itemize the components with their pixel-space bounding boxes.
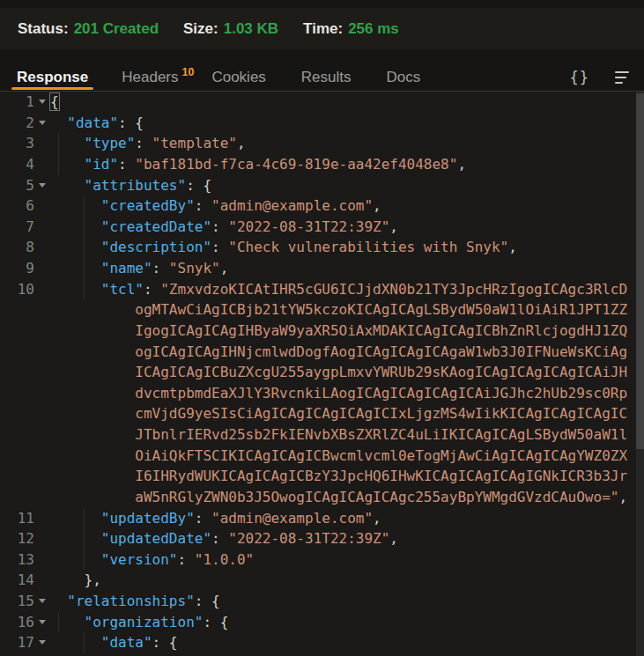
line-number [0, 383, 34, 404]
code-text: "data": { [50, 632, 178, 653]
json-punctuation: : [211, 218, 228, 235]
json-punctuation: : [135, 135, 152, 151]
indent-guide [84, 632, 85, 653]
code-row: ogICAgICAgIHNjcmlwdDogfAogICAgICAgICAgaW… [0, 342, 644, 363]
json-punctuation [50, 614, 85, 630]
fold-gutter [34, 466, 50, 487]
code-text: "updatedDate": "2022-08-31T22:39Z", [50, 528, 398, 549]
fold-arrow-icon[interactable] [34, 113, 50, 134]
fold-arrow-icon[interactable] [34, 175, 50, 196]
code-text: "organization": { [50, 612, 228, 633]
json-string: I6IHRydWUKICAgICAgICBzY3JpcHQ6IHwKICAgIC… [50, 468, 627, 484]
fold-gutter [34, 424, 50, 446]
line-number [0, 424, 34, 446]
vertical-scrollbar[interactable] [636, 92, 644, 656]
json-key: "type" [85, 135, 136, 151]
json-punctuation: , [373, 510, 381, 527]
fold-arrow-icon[interactable] [34, 632, 50, 653]
line-number [0, 299, 34, 321]
json-punctuation: : { [195, 593, 220, 609]
raw-json-icon[interactable]: {} [570, 69, 589, 86]
json-string: "2022-08-31T22:39Z" [228, 218, 389, 235]
indent-guide [58, 612, 59, 633]
json-key: "description" [101, 239, 211, 255]
tab-response[interactable]: Response [17, 63, 88, 91]
code-row: I6IHRydWUKICAgICAgICBzY3JpcHQ6IHwKICAgIC… [0, 466, 644, 487]
tab-bar-actions: {} [570, 63, 629, 91]
json-key: "tcl" [101, 281, 144, 298]
json-string: OiAiQkFTSCIKICAgICAgICBwcmlvcml0eTogMjAw… [50, 447, 627, 464]
tab-docs[interactable]: Docs [387, 63, 421, 91]
tab-headers[interactable]: Headers 10 [122, 63, 194, 91]
code-row: 7 "createdDate": "2022-08-31T22:39Z", [0, 217, 644, 238]
json-string: "1.0.0" [195, 551, 254, 568]
fold-arrow-icon[interactable] [34, 92, 50, 113]
line-number: 14 [0, 570, 34, 591]
code-text: "version": "1.0.0" [50, 549, 254, 571]
line-number: 6 [0, 195, 34, 217]
json-string: IgogICAgICAgIHByaW9yaXR5OiAxMDAKICAgICAg… [50, 322, 627, 339]
line-number [0, 487, 34, 508]
code-row: 13 "version": "1.0.0" [0, 549, 644, 571]
json-string: ICAgICAgICBuZXcgU255aygpLmxvYWRUb29sKAog… [50, 364, 627, 380]
code-row: 12 "updatedDate": "2022-08-31T22:39Z", [0, 528, 644, 549]
tab-cookies[interactable]: Cookies [211, 63, 265, 91]
code-row: 17 "data": { [0, 632, 644, 653]
line-number [0, 466, 34, 487]
status-code: Status: 201 Created [18, 20, 159, 38]
code-row: 11 "updatedBy": "admin@example.com", [0, 508, 644, 529]
code-row: 15 "relationships": { [0, 591, 644, 612]
indent-guide [84, 279, 85, 300]
json-punctuation: : [195, 197, 211, 214]
code-row: cmVjdG9yeSIsCiAgICAgICAgICAgICIxLjgzMS4w… [0, 403, 644, 424]
json-punctuation: : [211, 239, 228, 255]
json-punctuation [50, 197, 101, 214]
wrap-lines-icon[interactable] [615, 71, 629, 84]
tab-docs-label: Docs [387, 69, 421, 86]
json-punctuation: , [220, 260, 229, 276]
line-number: 16 [0, 612, 34, 633]
code-row: 16 "organization": { [0, 612, 644, 633]
code-text: "data": { [50, 113, 144, 134]
code-text: "createdDate": "2022-08-31T22:39Z", [50, 217, 398, 238]
line-number: 9 [0, 258, 34, 279]
code-row: 5 "attributes": { [0, 175, 644, 196]
json-punctuation [50, 114, 67, 131]
fold-gutter [34, 195, 50, 217]
json-punctuation [50, 156, 85, 173]
json-string: "2022-08-31T22:39Z" [228, 530, 389, 547]
code-row: dvcmtpbmdEaXJlY3RvcnkiLAogICAgICAgICAgIC… [0, 383, 644, 404]
fold-arrow-icon[interactable] [34, 591, 50, 612]
json-string: JTbnlrIERvd25sb2FkIENvbXBsZXRlZC4uLiIKIC… [50, 426, 627, 443]
code-text: dvcmtpbmdEaXJlY3RvcnkiLAogICAgICAgICAgIC… [50, 383, 627, 404]
fold-arrow-icon[interactable] [34, 612, 50, 633]
fold-gutter [34, 258, 50, 279]
json-punctuation [50, 634, 101, 651]
line-number: 11 [0, 508, 34, 529]
json-punctuation: }, [50, 571, 101, 588]
tab-results[interactable]: Results [301, 63, 352, 91]
line-number [0, 342, 34, 363]
indent-guide [84, 508, 85, 529]
line-number: 17 [0, 632, 34, 653]
json-punctuation: : { [118, 114, 144, 131]
status-label: Status: [18, 20, 69, 38]
json-key: "updatedDate" [101, 530, 211, 547]
code-row: 6 "createdBy": "admin@example.com", [0, 195, 644, 217]
scrollbar-thumb[interactable] [636, 93, 644, 449]
json-punctuation: , [237, 135, 246, 151]
json-string: "ZmxvdzoKICAtIHR5cGU6ICJjdXN0b21TY3JpcHR… [160, 281, 627, 298]
json-string: "admin@example.com" [211, 510, 373, 527]
fold-gutter [34, 133, 50, 154]
indent-guide [84, 549, 85, 571]
json-punctuation [50, 239, 101, 255]
response-time: Time: 256 ms [303, 20, 399, 38]
json-punctuation: : { [186, 177, 211, 194]
api-response-panel: Status: 201 Created Size: 1.03 KB Time: … [0, 0, 644, 656]
indent-guide [84, 258, 85, 279]
tab-results-label: Results [301, 69, 352, 86]
fold-gutter [34, 217, 50, 238]
json-string: "admin@example.com" [211, 197, 373, 214]
tab-response-label: Response [17, 69, 88, 86]
code-row: 1{ [0, 92, 644, 113]
